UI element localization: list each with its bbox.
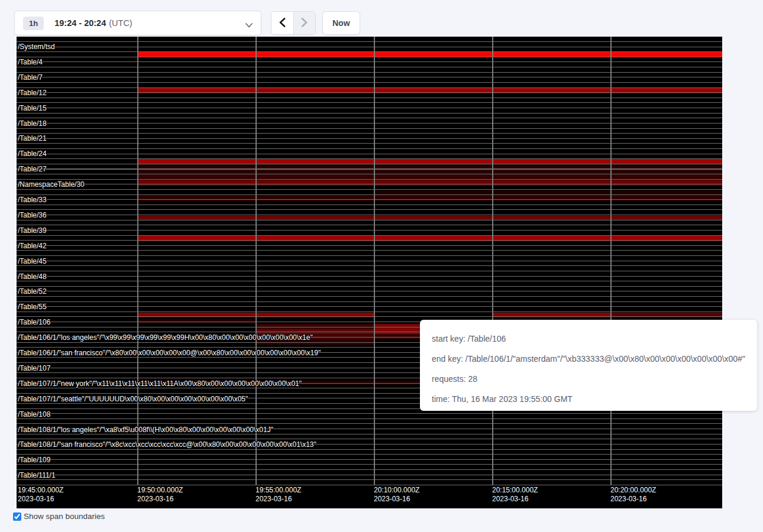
row-key-label: /Table/107 xyxy=(18,364,50,372)
time-axis-label: 20:15:00.000Z2023-03-16 xyxy=(492,486,538,504)
column-boundary-line xyxy=(610,37,612,485)
time-axis-label: 20:10:00.000Z2023-03-16 xyxy=(374,486,419,504)
now-button[interactable]: Now xyxy=(322,11,360,35)
heat-band[interactable] xyxy=(137,159,722,164)
axis-time: 20:10:00.000Z xyxy=(374,486,419,495)
column-boundary-line xyxy=(492,37,493,485)
axis-time: 19:45:00.000Z xyxy=(18,486,63,495)
heat-band[interactable] xyxy=(137,196,722,201)
row-key-label: /Table/107/1/"seattle"/"UUUUUUD\x00\x80\… xyxy=(18,395,248,403)
row-key-label: /Table/24 xyxy=(18,150,47,158)
time-range-timezone: (UTC) xyxy=(109,18,132,28)
heat-band[interactable] xyxy=(374,334,420,339)
heat-band[interactable] xyxy=(374,329,420,334)
row-key-label: /Table/7 xyxy=(18,73,43,82)
row-key-label: /Table/42 xyxy=(18,242,47,250)
row-key-label: /Table/55 xyxy=(18,303,47,311)
row-key-label: /Table/48 xyxy=(18,273,47,281)
tooltip-end-key: end key: /Table/106/1/"amsterdam"/"\xb33… xyxy=(432,353,745,365)
axis-date: 2023-03-16 xyxy=(137,495,183,504)
row-key-label: /Table/52 xyxy=(18,287,47,296)
row-key-label: /Table/36 xyxy=(18,211,47,219)
cell-tooltip: start key: /Table/106 end key: /Table/10… xyxy=(420,320,757,411)
row-key-label: /Table/15 xyxy=(18,104,47,112)
row-key-label: /Table/21 xyxy=(18,134,47,142)
time-axis-label: 19:45:00.000Z2023-03-16 xyxy=(18,486,63,504)
axis-date: 2023-03-16 xyxy=(256,495,301,504)
heat-band[interactable] xyxy=(610,313,722,317)
column-boundary-line xyxy=(137,37,138,485)
row-key-label: /Table/27 xyxy=(18,165,47,173)
axis-time: 20:15:00.000Z xyxy=(492,486,538,495)
row-key-label: /Table/45 xyxy=(18,257,47,265)
next-interval-button[interactable] xyxy=(293,12,315,34)
heat-band[interactable] xyxy=(137,175,722,180)
row-key-label: /Table/106/1/"los angeles"/"\x99\x99\x99… xyxy=(18,333,313,342)
show-span-boundaries-control[interactable]: Show span boundaries xyxy=(13,512,105,521)
heat-band[interactable] xyxy=(374,324,420,329)
axis-date: 2023-03-16 xyxy=(492,495,538,504)
time-range-value: 19:24 - 20:24 xyxy=(54,18,106,28)
row-key-label: /Table/107/1/"new york"/"\x11\x11\x11\x1… xyxy=(18,379,302,388)
heat-band[interactable] xyxy=(492,313,610,317)
heat-band[interactable] xyxy=(137,180,722,186)
chevron-right-icon xyxy=(301,18,308,29)
span-boundaries-grid xyxy=(17,41,722,485)
axis-time: 19:55:00.000Z xyxy=(256,486,301,495)
time-range-select[interactable]: 1h 19:24 - 20:24 (UTC) xyxy=(14,11,261,35)
row-key-label: /Table/108/1/"los angeles"/"\xa8\xf5\u00… xyxy=(18,426,273,434)
row-key-label: /Table/4 xyxy=(18,58,43,66)
axis-time: 20:20:00.000Z xyxy=(610,486,656,495)
show-span-boundaries-checkbox[interactable] xyxy=(13,512,21,521)
heat-band[interactable] xyxy=(137,164,722,170)
time-axis-label: 19:50:00.000Z2023-03-16 xyxy=(137,486,183,504)
heat-band[interactable] xyxy=(137,51,722,57)
heat-band[interactable] xyxy=(256,324,374,329)
heat-band[interactable] xyxy=(137,236,722,241)
row-key-label: /Table/108/1/"san francisco"/"\x8c\xcc\x… xyxy=(18,440,316,449)
row-key-label: /Table/106 xyxy=(18,318,50,326)
column-boundary-line xyxy=(256,37,257,485)
heat-band[interactable] xyxy=(137,170,722,175)
chevron-left-icon xyxy=(279,18,286,29)
heat-band[interactable] xyxy=(137,88,722,93)
row-key-label: /Table/106/1/"san francisco"/"\x80\x00\x… xyxy=(18,349,321,357)
row-key-label: /NamespaceTable/30 xyxy=(18,180,85,189)
heat-band[interactable] xyxy=(374,190,722,196)
axis-time: 19:50:00.000Z xyxy=(137,486,183,495)
row-key-label: /Table/109 xyxy=(18,456,50,464)
chevron-down-icon xyxy=(245,20,253,30)
time-axis-label: 19:55:00.000Z2023-03-16 xyxy=(256,486,301,504)
tooltip-start-key: start key: /Table/106 xyxy=(432,333,745,345)
tooltip-requests: requests: 28 xyxy=(432,373,745,385)
row-key-label: /Table/39 xyxy=(18,226,47,235)
tooltip-time: time: Thu, 16 Mar 2023 19:55:00 GMT xyxy=(432,393,745,406)
row-key-label: /System/tsd xyxy=(18,43,55,51)
heat-band[interactable] xyxy=(137,216,722,220)
time-axis-label: 20:20:00.000Z2023-03-16 xyxy=(610,486,656,504)
row-key-label: /Table/18 xyxy=(18,119,47,128)
show-span-boundaries-label: Show span boundaries xyxy=(24,512,105,521)
time-nav-group xyxy=(271,11,316,35)
axis-date: 2023-03-16 xyxy=(18,495,63,504)
axis-date: 2023-03-16 xyxy=(610,495,656,504)
key-visualizer-canvas[interactable]: /System/tsd/Table/4/Table/7/Table/12/Tab… xyxy=(17,37,722,508)
row-key-label: /Table/33 xyxy=(18,196,47,204)
row-key-label: /Table/111/1 xyxy=(18,471,56,479)
row-key-label: /Table/12 xyxy=(18,89,47,97)
row-key-label: /Table/108 xyxy=(18,410,50,419)
time-range-badge: 1h xyxy=(23,17,44,30)
heat-band[interactable] xyxy=(137,319,256,324)
axis-date: 2023-03-16 xyxy=(374,495,419,504)
column-boundary-line xyxy=(374,37,375,485)
previous-interval-button[interactable] xyxy=(271,12,293,34)
